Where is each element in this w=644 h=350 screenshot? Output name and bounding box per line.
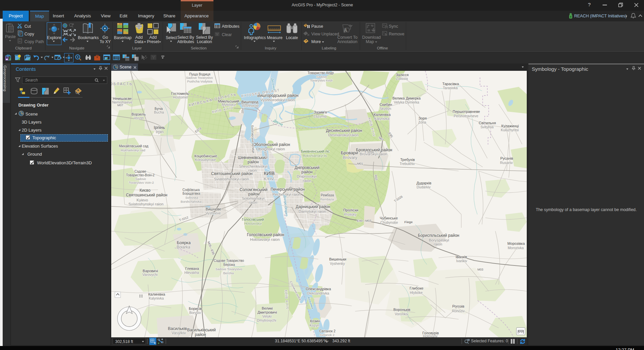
svg-text:Святошинський район: Святошинський район bbox=[211, 171, 253, 176]
svg-text:Svitylnia: Svitylnia bbox=[480, 125, 493, 129]
svg-text:Bykivnianskyi lis: Bykivnianskyi lis bbox=[303, 154, 327, 158]
svg-text:Олександрівка: Олександрівка bbox=[306, 287, 331, 291]
svg-text:Світанок 2: Світанок 2 bbox=[319, 329, 336, 333]
svg-text:Oleksandrivka: Oleksandrivka bbox=[307, 291, 329, 295]
svg-text:Sadove Tovarystvo: Sadove Tovarystvo bbox=[215, 267, 242, 271]
svg-text:Боярка: Боярка bbox=[177, 240, 191, 245]
svg-text:Велика Димерка: Велика Димерка bbox=[392, 96, 421, 100]
svg-text:Kalynivka: Kalynivka bbox=[149, 296, 164, 300]
svg-text:район: район bbox=[248, 192, 259, 196]
svg-text:Tovarystvo Kedr: Tovarystvo Kedr bbox=[310, 78, 333, 82]
svg-text:Shevchenkivskyi: Shevchenkivskyi bbox=[239, 164, 267, 168]
svg-text:M07: M07 bbox=[117, 104, 123, 107]
svg-text:Світильня: Світильня bbox=[479, 121, 496, 125]
svg-text:Kalynivka: Kalynivka bbox=[374, 117, 389, 121]
svg-text:Глеваха: Глеваха bbox=[185, 267, 199, 271]
svg-text:Солом'янський: Солом'янський bbox=[239, 187, 267, 192]
svg-text:Vyshhorod: Vyshhorod bbox=[242, 104, 259, 108]
svg-text:Sadove: Sadove bbox=[316, 75, 327, 78]
svg-text:Васильків: Васильків bbox=[168, 326, 187, 331]
svg-text:Boryspilskyi: Boryspilskyi bbox=[429, 238, 449, 242]
svg-text:Tovarystvo Voin-2: Tovarystvo Voin-2 bbox=[129, 181, 154, 184]
svg-text:Vorzel: Vorzel bbox=[134, 116, 143, 120]
svg-text:raion: raion bbox=[434, 242, 442, 246]
svg-text:Чубинське: Чубинське bbox=[380, 216, 398, 220]
svg-text:Tarasivka: Tarasivka bbox=[443, 86, 458, 90]
svg-text:район: район bbox=[195, 332, 206, 337]
svg-text:Vyshenky: Vyshenky bbox=[330, 261, 345, 266]
svg-text:Дмитровичі: Дмитровичі bbox=[258, 310, 277, 314]
svg-text:Skybyn: Skybyn bbox=[380, 107, 391, 111]
svg-text:Velyki: Velyki bbox=[262, 314, 271, 318]
svg-text:Velyka Dymerka: Velyka Dymerka bbox=[394, 100, 419, 104]
svg-text:Дарницький район: Дарницький район bbox=[296, 204, 330, 209]
svg-text:Sviatoshynskyi raion: Sviatoshynskyi raion bbox=[214, 177, 249, 181]
svg-text:Борщагівка: Борщагівка bbox=[183, 192, 200, 195]
svg-text:Boiarka: Boiarka bbox=[177, 245, 190, 249]
svg-text:KYIV: KYIV bbox=[264, 176, 274, 181]
svg-text:Voronkiv: Voronkiv bbox=[395, 312, 409, 316]
svg-text:Fiege: Fiege bbox=[405, 220, 413, 224]
svg-text:Zazymia: Zazymia bbox=[313, 114, 327, 118]
svg-text:Brovary: Brovary bbox=[343, 155, 357, 160]
svg-text:Ірпінь: Ірпінь bbox=[154, 125, 165, 130]
svg-text:Тарасівка: Тарасівка bbox=[442, 82, 459, 86]
svg-text:Калинівка: Калинівка bbox=[148, 292, 166, 296]
svg-text:Іванків: Іванків bbox=[456, 255, 467, 259]
svg-text:Zoria: Zoria bbox=[418, 120, 426, 124]
svg-text:raion: raion bbox=[249, 200, 257, 204]
svg-text:Печерський район: Печерський район bbox=[271, 187, 305, 192]
svg-text:Dudarkiv: Dudarkiv bbox=[417, 185, 431, 189]
svg-text:Зазим'я: Зазим'я bbox=[314, 110, 327, 114]
svg-text:Борисів: Борисів bbox=[189, 307, 202, 311]
svg-text:Биківнянський ліс: Биківнянський ліс bbox=[301, 149, 330, 153]
svg-text:Sviatoshynskyi raion: Sviatoshynskyi raion bbox=[129, 202, 164, 206]
svg-text:Голосіївський район: Голосіївський район bbox=[247, 232, 284, 237]
svg-text:Софіївська: Софіївська bbox=[182, 188, 200, 192]
svg-text:Бровари: Бровари bbox=[341, 150, 358, 155]
svg-text:Деснянський район: Деснянський район bbox=[326, 128, 362, 133]
svg-text:Hlevakha: Hlevakha bbox=[184, 271, 199, 275]
svg-text:Товариство Кедр: Товариство Кедр bbox=[308, 71, 334, 75]
svg-text:Rohoziv: Rohoziv bbox=[452, 309, 465, 313]
svg-text:М03: М03 bbox=[477, 268, 483, 271]
svg-text:Першотравневе: Першотравневе bbox=[453, 110, 480, 114]
svg-text:Kozyn: Kozyn bbox=[309, 323, 319, 327]
svg-text:Varovychi: Varovychi bbox=[142, 273, 157, 277]
svg-text:Prolisky: Prolisky bbox=[344, 212, 357, 216]
svg-text:КИЇВ: КИЇВ bbox=[264, 171, 275, 176]
svg-text:Товариство-Воін-2: Товариство-Воін-2 bbox=[126, 173, 155, 177]
svg-text:Скибин: Скибин bbox=[379, 103, 392, 107]
svg-text:район: район bbox=[301, 170, 312, 174]
svg-text:Rembaza: Rembaza bbox=[320, 197, 334, 201]
svg-text:Васильківський: Васильківський bbox=[187, 328, 216, 332]
svg-text:Desnianskyi raion: Desnianskyi raion bbox=[328, 133, 359, 137]
svg-text:Бориспільський район: Бориспільський район bbox=[418, 233, 459, 238]
svg-text:Глибоке: Глибоке bbox=[410, 286, 423, 290]
svg-text:Holosiivskyi raion: Holosiivskyi raion bbox=[250, 237, 280, 241]
svg-text:Садове Товариство: Садове Товариство bbox=[214, 259, 244, 262]
svg-text:A: A bbox=[344, 28, 347, 32]
svg-text:Козин: Козин bbox=[310, 319, 320, 323]
svg-text:Borysiv: Borysiv bbox=[189, 311, 201, 315]
svg-text:Holosiivskyi: Holosiivskyi bbox=[244, 222, 262, 225]
svg-text:Великі: Великі bbox=[262, 306, 273, 310]
svg-text:Chubynske: Chubynske bbox=[380, 220, 398, 224]
svg-text:Vyshneve: Vyshneve bbox=[205, 211, 221, 215]
svg-text:Дударків: Дударків bbox=[417, 181, 432, 185]
svg-text:Kulazhyntsi: Kulazhyntsi bbox=[501, 128, 519, 132]
svg-text:Михайлівський сад: Михайлівський сад bbox=[119, 144, 148, 148]
svg-text:Irpin: Irpin bbox=[156, 130, 163, 134]
svg-text:Pushcha Vodytsia: Pushcha Vodytsia bbox=[187, 79, 212, 83]
svg-text:Требухів: Требухів bbox=[400, 158, 415, 162]
svg-text:Morozivka: Morozivka bbox=[508, 246, 524, 250]
svg-text:Kyievo: Kyievo bbox=[137, 198, 148, 202]
svg-text:raion: raion bbox=[303, 179, 311, 183]
svg-text:Кулажинці: Кулажинці bbox=[501, 124, 519, 128]
svg-text:ОБЛАСТЬ: ОБЛАСТЬ bbox=[111, 82, 133, 86]
svg-text:Е40—М03: Е40—М03 bbox=[357, 219, 371, 222]
svg-text:Броварський район: Броварський район bbox=[356, 148, 392, 152]
svg-text:Solomianskyi: Solomianskyi bbox=[242, 196, 265, 200]
svg-text:Дніпровський: Дніпровський bbox=[295, 165, 319, 170]
svg-text:Dmytrovychi: Dmytrovychi bbox=[257, 318, 276, 322]
